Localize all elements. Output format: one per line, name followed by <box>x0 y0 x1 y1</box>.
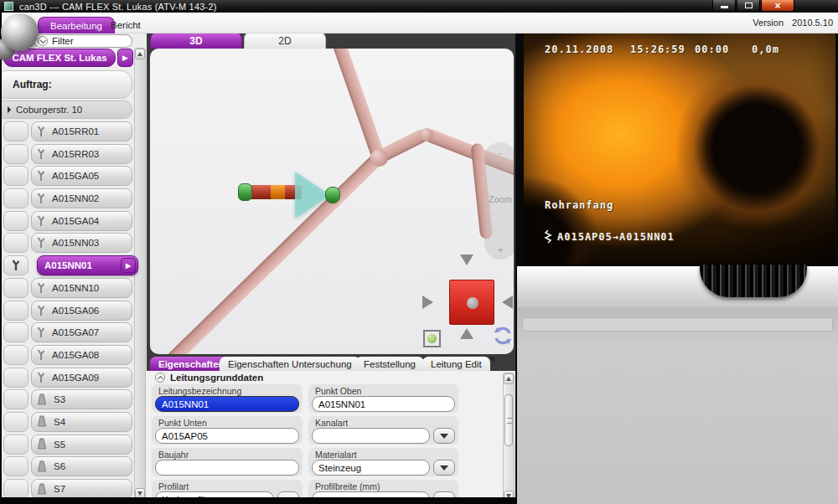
maximize-button[interactable] <box>737 0 760 12</box>
window-title: can3D --- CAM FLEX St. Lukas (ATV-M 143-… <box>19 2 217 12</box>
field-materialart: Materialart Steinzeug <box>308 447 459 477</box>
end-node[interactable] <box>325 187 340 203</box>
pipe-segment[interactable] <box>164 152 383 354</box>
zoom-label: Zoom <box>484 194 514 204</box>
chevron-down-icon[interactable] <box>38 36 48 46</box>
manhole-icon <box>37 438 47 450</box>
dropdown-arrow-icon <box>440 465 448 471</box>
pan-widget[interactable] <box>449 280 494 325</box>
list-item[interactable]: A015GA07 <box>3 322 134 342</box>
tree-expand-icon[interactable] <box>4 106 11 113</box>
list-item[interactable]: S3 <box>3 389 134 409</box>
camera-jog-wheel[interactable] <box>700 265 807 297</box>
arrow-right-icon: ▶ <box>122 54 128 62</box>
list-item[interactable]: A015NN10 <box>3 278 134 298</box>
punkt-unten-input[interactable]: A015AP05 <box>155 428 299 444</box>
pipe-branch-icon <box>37 215 45 227</box>
tab-2d[interactable]: 2D <box>244 32 326 49</box>
filter-label: Filter <box>52 36 74 46</box>
osd-date: 20.11.2008 <box>545 44 613 55</box>
leitungsbezeichnung-input[interactable]: A015NN01 <box>155 396 299 412</box>
manhole-icon <box>37 415 47 428</box>
zoom-in-label[interactable]: + <box>484 244 514 255</box>
close-button[interactable]: × <box>761 0 794 12</box>
zoom-out-label[interactable]: - <box>484 147 514 157</box>
pipe-branch-icon <box>37 170 45 182</box>
tab-feststellung[interactable]: Feststellung <box>355 357 424 371</box>
item-arrow-button[interactable]: ▶ <box>121 258 136 273</box>
video-panel: 20.11.2008 15:26:59 00:00 0,0m Rohranfan… <box>515 32 838 504</box>
refresh-icon[interactable] <box>492 325 514 347</box>
list-item[interactable]: A015NN02 <box>3 188 134 208</box>
pan-right-arrow[interactable] <box>422 296 433 309</box>
logo-sphere <box>1 13 39 51</box>
manhole-icon <box>37 393 47 406</box>
zoom-slider[interactable]: - Zoom + <box>484 142 514 260</box>
list-item[interactable]: S6 <box>3 456 134 476</box>
field-punkt-unten: Punkt Unten A015AP05 <box>151 415 303 445</box>
triangle-up-icon <box>137 52 142 56</box>
selected-pipe-segment[interactable] <box>248 185 302 199</box>
minimize-button[interactable] <box>712 0 736 12</box>
tab-3d[interactable]: 3D <box>150 32 242 49</box>
dropdown-arrow-icon <box>440 434 448 439</box>
properties-scrollbar[interactable] <box>503 373 515 502</box>
manhole-icon <box>37 460 47 473</box>
pan-down-arrow[interactable] <box>460 255 473 265</box>
pipe-branch-icon <box>37 349 45 361</box>
pan-up-arrow[interactable] <box>460 328 473 339</box>
list-item[interactable]: A015GA05 <box>3 166 134 186</box>
list-item[interactable]: A015NN03 <box>3 233 134 253</box>
list-item-selected[interactable]: A015NN01▶ <box>3 255 134 275</box>
tab-eigenschaften-untersuchung[interactable]: Eigenschaften Untersuchung <box>220 357 360 371</box>
tree-root-coburgerstr[interactable]: Coburgerstr. 10 <box>0 100 132 119</box>
pipe-joint[interactable] <box>370 149 388 167</box>
pipe-branch-icon <box>37 148 45 160</box>
3d-canvas[interactable]: - Zoom + <box>150 49 514 354</box>
osd-time: 15:26:59 <box>630 44 685 55</box>
viewport-panel: 3D 2D - Zoom + <box>147 30 517 356</box>
kanalart-select[interactable] <box>312 428 430 444</box>
osd-section: A015AP05→A015NN01 <box>557 231 675 243</box>
project-button[interactable]: CAM FLEX St. Lukas <box>3 49 116 67</box>
order-panel: Auftrag: <box>0 70 132 99</box>
title-bar: can3D --- CAM FLEX St. Lukas (ATV-M 143-… <box>0 0 838 13</box>
materialart-select[interactable]: Steinzeug <box>312 460 430 476</box>
app-window: can3D --- CAM FLEX St. Lukas (ATV-M 143-… <box>0 0 838 504</box>
materialart-dropdown-button[interactable] <box>433 460 455 476</box>
section-leitungsgrunddaten[interactable]: Leitungsgrunddaten <box>152 373 263 383</box>
pipe-branch-icon <box>12 260 20 271</box>
chevron-up-icon[interactable] <box>155 373 165 383</box>
maximize-icon <box>745 3 753 8</box>
baujahr-input[interactable] <box>155 460 299 476</box>
punkt-oben-input[interactable]: A015NN01 <box>312 396 455 412</box>
scroll-up-button[interactable] <box>504 373 514 384</box>
minimize-icon <box>721 6 728 8</box>
list-item[interactable]: S4 <box>3 412 134 432</box>
osd-position: Rohranfang <box>545 199 613 211</box>
list-item[interactable]: S5 <box>3 435 134 455</box>
list-item[interactable]: A015GA09 <box>3 368 134 388</box>
start-node[interactable] <box>238 183 252 201</box>
osd-counter: 00:00 <box>695 44 729 55</box>
list-item[interactable]: A015RR03 <box>3 144 134 164</box>
pan-left-arrow[interactable] <box>502 296 513 309</box>
project-arrow-button[interactable]: ▶ <box>117 49 133 67</box>
pipe-branch-icon <box>37 193 45 204</box>
scroll-up-button[interactable] <box>135 49 145 59</box>
tab-leitung-edit[interactable]: Leitung Edit <box>422 357 490 371</box>
list-item[interactable]: A015RR01 <box>3 121 134 141</box>
list-item[interactable]: A015GA06 <box>3 301 134 321</box>
triangle-down-icon <box>137 491 142 496</box>
pipe-joint[interactable] <box>420 128 433 141</box>
tab-bericht[interactable]: Bericht <box>99 17 153 33</box>
list-item[interactable]: A015GA08 <box>3 345 134 365</box>
scrollbar-thumb[interactable] <box>504 394 513 446</box>
filter-input[interactable]: Filter <box>34 34 132 48</box>
pipe-list: A015RR01 A015RR03 A015GA05 A015NN02 A015… <box>3 121 134 501</box>
list-item[interactable]: A015GA04 <box>3 211 134 231</box>
properties-tabstrip: Eigenschaften Eigenschaften Untersuchung… <box>147 356 517 371</box>
list-item[interactable]: S7 <box>3 479 134 499</box>
fit-view-icon[interactable] <box>423 330 441 347</box>
kanalart-dropdown-button[interactable] <box>433 428 455 444</box>
